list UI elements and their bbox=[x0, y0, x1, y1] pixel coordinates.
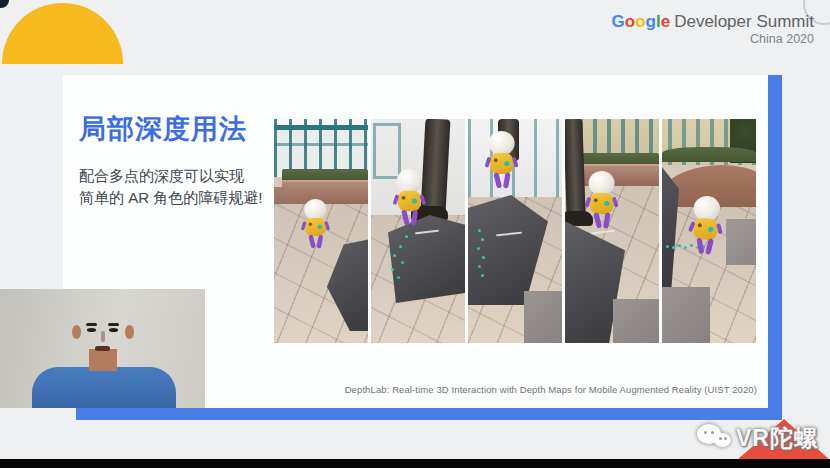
pedestal bbox=[388, 215, 465, 303]
video-frame[interactable]: GoogleDeveloper Summit China 2020 局部深度用法… bbox=[0, 0, 830, 468]
depth-points bbox=[478, 229, 481, 232]
letterbox-bar bbox=[0, 459, 830, 468]
ar-frame-5 bbox=[662, 119, 756, 343]
ar-demo-sequence bbox=[274, 119, 756, 343]
ar-frame-1 bbox=[274, 119, 368, 343]
brand-name: Developer Summit bbox=[674, 12, 814, 31]
google-logo: Google bbox=[612, 12, 671, 31]
depth-points bbox=[405, 235, 408, 238]
slide-accent-bar-right bbox=[768, 75, 782, 420]
channel-watermark: VR陀螺 bbox=[697, 423, 818, 454]
ar-frame-4 bbox=[565, 119, 659, 343]
wechat-icon bbox=[697, 424, 731, 454]
ar-robot bbox=[688, 195, 724, 258]
granite-tile bbox=[613, 299, 659, 343]
corner-notch bbox=[0, 0, 9, 8]
slide-body: 配合多点的深度可以实现 简单的 AR 角色的障碍规避! bbox=[79, 165, 262, 209]
slide-body-line1: 配合多点的深度可以实现 bbox=[79, 165, 262, 187]
granite-tile bbox=[726, 219, 756, 265]
depth-points-trail bbox=[666, 245, 669, 248]
slide-body-line2: 简单的 AR 角色的障碍规避! bbox=[79, 187, 262, 209]
yellow-dome-decoration bbox=[2, 3, 123, 64]
slide-title: 局部深度用法 bbox=[79, 111, 247, 147]
ar-robot bbox=[302, 199, 329, 251]
ar-robot bbox=[486, 131, 517, 191]
watermark-label: VR陀螺 bbox=[736, 423, 818, 454]
ar-robot bbox=[394, 169, 425, 228]
ar-frame-3 bbox=[468, 119, 562, 343]
event-brand: GoogleDeveloper Summit China 2020 bbox=[612, 11, 814, 48]
slide-caption: DepthLab: Real-time 3D Interaction with … bbox=[345, 384, 757, 395]
granite-tile bbox=[524, 291, 562, 343]
brand-edition: China 2020 bbox=[612, 32, 814, 48]
brand-title: GoogleDeveloper Summit bbox=[612, 11, 814, 32]
slide-accent-bar-bottom bbox=[76, 408, 768, 420]
presenter-shirt bbox=[32, 367, 176, 408]
statue-leg bbox=[565, 119, 586, 217]
presenter-webcam bbox=[0, 289, 205, 408]
granite-tile bbox=[662, 287, 710, 343]
shrub-row bbox=[662, 147, 756, 162]
ar-robot bbox=[586, 171, 617, 231]
ar-frame-2 bbox=[371, 119, 465, 343]
